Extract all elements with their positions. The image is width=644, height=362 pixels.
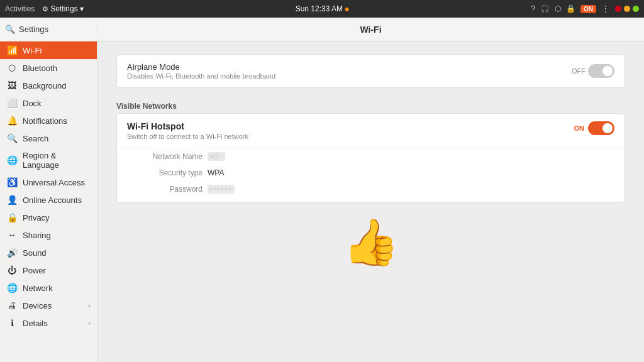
sidebar-item-wifi[interactable]: 📶Wi-Fi [0,41,97,59]
hotspot-state-label: ON [574,124,585,132]
thumbs-up-emoji: 👍 [343,216,399,269]
privacy-sidebar-label: Privacy [23,213,91,222]
app-title: Settings [19,25,48,34]
sharing-sidebar-icon: ↔ [6,230,18,240]
wifi-sidebar-label: Wi-Fi [23,46,91,55]
minimize-button[interactable] [624,6,630,12]
window-controls [615,6,639,12]
network-name-label: Network Name [127,152,203,161]
hotspot-subtitle: Switch off to connect to a Wi-Fi network [127,133,574,140]
notifications-sidebar-label: Notifications [23,116,91,126]
sidebar-item-devices[interactable]: 🖨Devices› [0,297,97,314]
hotspot-card: Wi-Fi Hotspot Switch off to connect to a… [116,113,625,203]
hotspot-password-row: Password •••••• [117,181,625,202]
hotspot-toggle[interactable]: ON [574,121,615,135]
sidebar-item-notifications[interactable]: 🔔Notifications [0,112,97,129]
sidebar-item-sound[interactable]: 🔊Sound [0,244,97,261]
app-window: 📶Wi-Fi⬡Bluetooth🖼Background⬜Dock🔔Notific… [0,41,644,362]
sidebar-item-details[interactable]: ℹDetails› [0,314,97,332]
app-header-main: Wi-Fi [97,25,644,35]
sidebar-item-online-accounts[interactable]: 👤Online Accounts [0,191,97,209]
headset-icon[interactable]: 🎧 [540,4,550,13]
wifi-sidebar-icon: 📶 [6,45,18,55]
password-label: Password [127,185,203,194]
topbar-left: Activities ⚙ Settings ▾ [5,4,84,13]
settings-menu[interactable]: ⚙ Settings ▾ [42,4,83,13]
sidebar-item-search[interactable]: 🔍Search [0,129,97,147]
sidebar-item-bluetooth[interactable]: ⬡Bluetooth [0,59,97,77]
settings-menu-label: Settings [50,4,77,13]
settings-dropdown-icon: ▾ [80,4,84,13]
network-name-value: wi- [208,152,225,161]
airplane-mode-subtitle: Disables Wi-Fi, Bluetooth and mobile bro… [127,72,572,80]
details-sidebar-icon: ℹ [6,318,18,328]
sidebar-item-universal-access[interactable]: ♿Universal Access [0,173,97,191]
notifications-sidebar-icon: 🔔 [6,116,18,126]
power-sidebar-icon: ⏻ [6,265,18,275]
notification-dot [345,8,348,11]
settings-gear-icon: ⚙ [42,5,48,13]
hotspot-header: Wi-Fi Hotspot Switch off to connect to a… [117,114,625,148]
bluetooth-tray-icon[interactable]: ⬡ [555,4,561,13]
search-sidebar-label: Search [23,134,91,143]
help-icon[interactable]: ? [531,4,535,13]
region-sidebar-icon: 🌐 [6,155,18,165]
sidebar-item-dock[interactable]: ⬜Dock [0,94,97,112]
devices-sidebar-icon: 🖨 [6,300,18,310]
tray-menu-dots[interactable]: ⋮ [601,4,610,14]
universal-access-sidebar-label: Universal Access [23,178,91,187]
topbar: Activities ⚙ Settings ▾ Sun 12:33 AM ? 🎧… [0,0,644,18]
universal-access-sidebar-icon: ♿ [6,177,18,187]
dock-sidebar-label: Dock [23,99,91,108]
sidebar-item-background[interactable]: 🖼Background [0,77,97,94]
online-accounts-sidebar-label: Online Accounts [23,195,91,205]
background-sidebar-icon: 🖼 [6,80,18,90]
close-button[interactable] [615,6,621,12]
visible-networks-header: Visible Networks [116,96,625,113]
sidebar-item-privacy[interactable]: 🔒Privacy [0,209,97,226]
hotspot-toggle-track[interactable] [588,121,614,135]
activities-button[interactable]: Activities [5,4,35,13]
main-content: Airplane Mode Disables Wi-Fi, Bluetooth … [97,41,644,362]
region-sidebar-label: Region & Language [23,151,91,170]
sound-sidebar-label: Sound [23,248,91,258]
background-sidebar-label: Background [23,81,91,90]
bluetooth-sidebar-label: Bluetooth [23,63,91,73]
online-accounts-sidebar-icon: 👤 [6,195,18,205]
airplane-mode-toggle[interactable]: OFF [572,64,614,78]
hotspot-network-name-row: Network Name wi- [117,148,625,165]
security-type-value: WPA [208,168,224,177]
maximize-button[interactable] [633,6,639,12]
hotspot-title: Wi-Fi Hotspot [127,121,574,131]
airplane-mode-row: Airplane Mode Disables Wi-Fi, Bluetooth … [117,55,625,87]
network-sidebar-icon: 🌐 [6,283,18,293]
sidebar-item-power[interactable]: ⏻Power [0,261,97,279]
details-arrow-icon: › [88,319,91,327]
devices-arrow-icon: › [88,302,91,309]
sidebar-search-icon[interactable]: 🔍 [5,25,15,34]
sidebar-item-sharing[interactable]: ↔Sharing [0,226,97,244]
dock-sidebar-icon: ⬜ [6,98,18,108]
details-sidebar-label: Details [23,319,83,328]
security-type-label: Security type [127,168,203,177]
app-header: 🔍 Settings Wi-Fi [0,18,644,41]
page-title: Wi-Fi [360,25,381,35]
power-sidebar-label: Power [23,266,91,275]
bluetooth-sidebar-icon: ⬡ [6,63,18,73]
airplane-mode-label: Airplane Mode Disables Wi-Fi, Bluetooth … [127,62,572,80]
sound-sidebar-icon: 🔊 [6,248,18,258]
network-tray-icon[interactable]: 🔒 [566,4,575,13]
wifi-tray-toggle[interactable]: ON [580,5,596,13]
airplane-mode-toggle-track[interactable] [588,64,614,78]
devices-sidebar-label: Devices [23,301,83,310]
sidebar-item-network[interactable]: 🌐Network [0,279,97,297]
sharing-sidebar-label: Sharing [23,231,91,240]
airplane-mode-state: OFF [572,67,586,75]
hotspot-security-row: Security type WPA [117,165,625,181]
password-value: •••••• [208,185,235,194]
emoji-area: 👍 [116,203,625,275]
network-sidebar-label: Network [23,283,91,293]
app-header-sidebar: 🔍 Settings [0,25,97,34]
hotspot-header-text: Wi-Fi Hotspot Switch off to connect to a… [127,121,574,140]
sidebar-item-region[interactable]: 🌐Region & Language [0,147,97,173]
